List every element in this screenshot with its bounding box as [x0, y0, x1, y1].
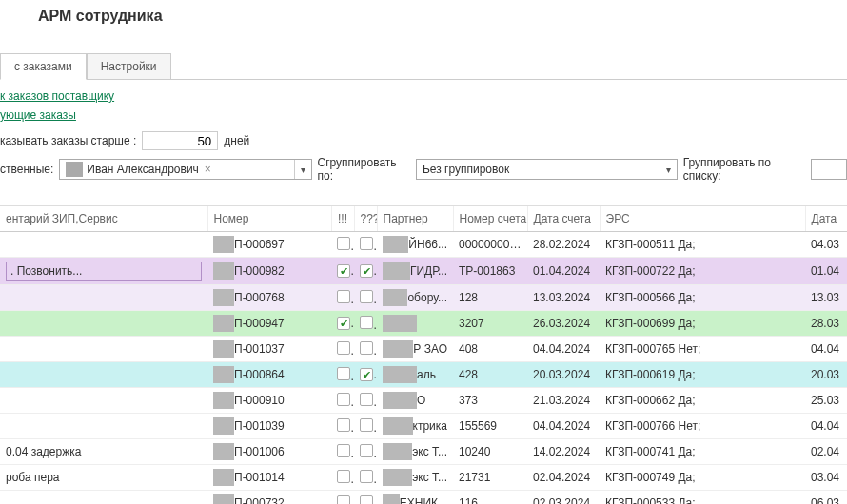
cell-ers: КГЗП-000741 Да; [600, 439, 805, 465]
responsible-value: Иван Александрович [87, 163, 199, 176]
tab-orders[interactable]: с заказами [0, 53, 87, 80]
table-row[interactable]: П-000768обору...12813.03.2024КГЗП-000566… [0, 285, 847, 311]
cell-comment[interactable]: роба пера [0, 465, 207, 491]
partner-mask-icon [383, 236, 408, 253]
question-checkbox[interactable] [360, 444, 373, 457]
link-supplier-orders[interactable]: к заказов поставщику [0, 89, 847, 103]
exclaim-checkbox[interactable] [337, 290, 350, 303]
table-row[interactable]: П-001039ктрика15556904.04.2024КГЗП-00076… [0, 414, 847, 439]
table-row[interactable]: П-000910О37321.03.2024КГЗП-000662 Да;25.… [0, 388, 847, 414]
partner-mask-icon [383, 340, 413, 358]
cell-invoice: 3207 [453, 311, 527, 337]
partner-mask-icon [383, 443, 412, 460]
table-row[interactable]: П-001037Р ЗАО40804.04.2024КГЗП-000765 Не… [0, 337, 847, 362]
question-checkbox[interactable] [360, 418, 373, 432]
cell-comment[interactable] [0, 311, 207, 337]
question-checkbox[interactable] [360, 237, 373, 250]
cell-invoice: 428 [453, 362, 527, 388]
th-idate[interactable]: Дата счета [527, 206, 600, 232]
cell-invoice: ТР-001863 [453, 258, 527, 285]
question-checkbox[interactable] [360, 470, 373, 483]
number-mask-icon [213, 262, 234, 280]
comment-input[interactable]: . Позвонить... [6, 262, 202, 281]
table-row[interactable]: П-000947320726.03.2024КГЗП-000699 Да;28.… [0, 311, 847, 337]
th-partner[interactable]: Партнер [377, 206, 453, 232]
number-mask-icon [213, 315, 234, 332]
tab-settings[interactable]: Настройки [87, 53, 171, 79]
number-text: П-001039 [234, 419, 285, 433]
cell-c2 [354, 414, 377, 439]
cell-c1 [331, 258, 354, 285]
question-checkbox[interactable] [360, 264, 373, 278]
cell-date: 04.04 [805, 337, 847, 362]
groupby-select[interactable]: Без группировок ▾ [416, 159, 678, 180]
table-row[interactable]: П-000732ЕХНИК...11602.03.2024КГЗП-000533… [0, 491, 847, 505]
question-checkbox[interactable] [360, 316, 373, 329]
question-checkbox[interactable] [360, 368, 373, 381]
cell-c1 [331, 491, 354, 505]
cell-partner: ЙН66... [377, 232, 453, 258]
cell-idate: 21.03.2024 [527, 388, 600, 414]
exclaim-checkbox[interactable] [337, 341, 350, 355]
clear-responsible-icon[interactable]: × [205, 163, 211, 176]
cell-comment[interactable] [0, 414, 207, 439]
cell-comment[interactable] [0, 337, 207, 362]
number-text: П-000947 [234, 317, 285, 330]
cell-date: 25.03 [805, 388, 847, 414]
th-c1[interactable]: !!! [331, 206, 354, 232]
th-invoice[interactable]: Номер счета [453, 206, 527, 232]
th-ers[interactable]: ЭРС [600, 206, 805, 232]
cell-idate: 01.04.2024 [527, 258, 600, 285]
question-checkbox[interactable] [360, 290, 373, 303]
exclaim-checkbox[interactable] [337, 367, 350, 380]
cell-comment[interactable] [0, 388, 207, 414]
question-checkbox[interactable] [360, 495, 373, 505]
exclaim-checkbox[interactable] [337, 495, 350, 505]
table-row[interactable]: роба пераП-001014экс Т...2173102.04.2024… [0, 465, 847, 491]
exclaim-checkbox[interactable] [337, 470, 350, 483]
cell-comment[interactable] [0, 362, 207, 388]
exclaim-checkbox[interactable] [337, 317, 350, 330]
grouplist-label: Группировать по списку: [683, 156, 805, 183]
th-number[interactable]: Номер [207, 206, 331, 232]
cell-comment[interactable]: 0.04 задержка [0, 439, 207, 465]
exclaim-checkbox[interactable] [337, 418, 350, 432]
table-row[interactable]: П-000697ЙН66...000000007828.02.2024КГЗП-… [0, 232, 847, 258]
cell-comment[interactable] [0, 491, 207, 505]
question-checkbox[interactable] [360, 341, 373, 355]
cell-comment[interactable]: . Позвонить... [0, 258, 207, 285]
grouplist-select[interactable] [811, 159, 847, 180]
cell-c2 [354, 362, 377, 388]
groupby-label: Сгруппировать по: [318, 156, 410, 183]
th-date[interactable]: Дата [805, 206, 847, 232]
table-row[interactable]: 0.04 задержкаП-001006экс Т...1024014.02.… [0, 439, 847, 465]
cell-comment[interactable] [0, 285, 207, 311]
th-c2[interactable]: ??? [354, 206, 377, 232]
cell-number: П-000947 [207, 311, 331, 337]
number-text: П-001006 [234, 445, 285, 458]
cell-ers: КГЗП-000699 Да; [600, 311, 805, 337]
cell-partner: обору... [377, 285, 453, 311]
exclaim-checkbox[interactable] [337, 444, 350, 457]
number-text: П-001037 [234, 342, 285, 356]
cell-comment[interactable] [0, 232, 207, 258]
question-checkbox[interactable] [360, 393, 373, 406]
th-comment[interactable]: ентарий ЗИП,Сервис [0, 206, 207, 232]
exclaim-checkbox[interactable] [337, 264, 350, 278]
cell-invoice: 155569 [453, 414, 527, 439]
older-than-input[interactable] [142, 131, 218, 150]
cell-c1 [331, 414, 354, 439]
table-row[interactable]: П-000864аль42820.03.2024КГЗП-000619 Да;2… [0, 362, 847, 388]
cell-c1 [331, 465, 354, 491]
cell-ers: КГЗП-000749 Да; [600, 465, 805, 491]
exclaim-checkbox[interactable] [337, 393, 350, 406]
responsible-select[interactable]: Иван Александрович × ▾ [59, 159, 311, 180]
exclaim-checkbox[interactable] [337, 237, 350, 250]
partner-text: ЙН66... [408, 238, 447, 251]
table-row[interactable]: . Позвонить...П-000982ГИДР...ТР-00186301… [0, 258, 847, 285]
filter-older: казывать заказы старше : дней [0, 131, 847, 150]
cell-c2 [354, 465, 377, 491]
responsible-dropdown-icon[interactable]: ▾ [294, 160, 311, 179]
link-active-orders[interactable]: ующие заказы [0, 108, 847, 122]
groupby-dropdown-icon[interactable]: ▾ [660, 160, 677, 179]
